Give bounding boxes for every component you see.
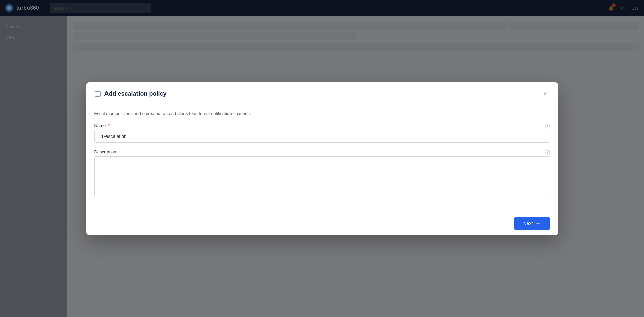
next-button[interactable]: Next → bbox=[514, 217, 550, 230]
name-input[interactable] bbox=[94, 130, 550, 143]
name-form-group: Name* ⓘ bbox=[94, 123, 550, 143]
modal-title: Add escalation policy bbox=[104, 90, 537, 97]
name-required: * bbox=[108, 123, 110, 128]
modal-close-button[interactable]: × bbox=[541, 89, 550, 99]
modal-header: Add escalation policy × bbox=[86, 82, 558, 104]
add-escalation-policy-modal: Add escalation policy × Escalation polic… bbox=[86, 82, 558, 235]
next-arrow-icon: → bbox=[536, 221, 541, 226]
name-label: Name* bbox=[94, 123, 110, 128]
description-label-text: Description bbox=[94, 149, 116, 154]
description-label: Description bbox=[94, 149, 116, 154]
modal-body: Escalation policies can be created to se… bbox=[86, 104, 558, 212]
modal-subtitle: Escalation policies can be created to se… bbox=[94, 111, 550, 116]
modal-overlay: Add escalation policy × Escalation polic… bbox=[0, 0, 644, 317]
modal-footer: Next → bbox=[86, 212, 558, 235]
description-textarea[interactable] bbox=[94, 156, 550, 197]
name-label-text: Name bbox=[94, 123, 106, 128]
description-info-icon[interactable]: ⓘ bbox=[545, 150, 550, 156]
name-info-icon[interactable]: ⓘ bbox=[545, 123, 550, 129]
description-form-group: Description ⓘ bbox=[94, 149, 550, 198]
next-button-label: Next bbox=[523, 221, 533, 226]
escalation-policy-icon bbox=[94, 91, 101, 97]
